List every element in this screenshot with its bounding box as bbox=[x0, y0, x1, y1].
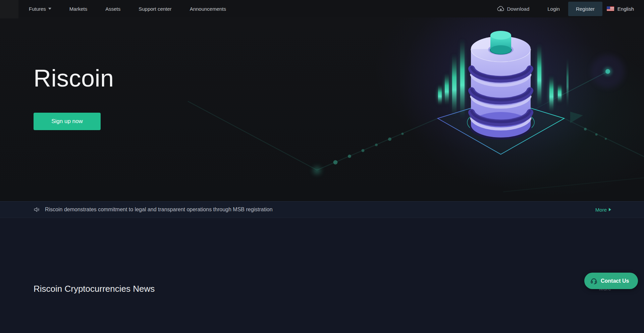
chevron-down-icon bbox=[48, 8, 51, 10]
download-label: Download bbox=[507, 6, 530, 12]
language-selector[interactable]: English bbox=[607, 6, 634, 12]
news-heading: Riscoin Cryptocurrencies News bbox=[34, 284, 155, 294]
nav-item-label: Futures bbox=[29, 6, 46, 12]
nav-item-announcements[interactable]: Announcements bbox=[190, 6, 226, 12]
nav-item-markets[interactable]: Markets bbox=[69, 6, 87, 12]
download-link[interactable]: Download bbox=[497, 5, 530, 12]
language-label: English bbox=[618, 6, 634, 12]
cloud-download-icon bbox=[497, 5, 504, 12]
top-nav: Futures Markets Assets Support center An… bbox=[0, 0, 644, 17]
nav-item-support-center[interactable]: Support center bbox=[139, 6, 171, 12]
announcement-more-link[interactable]: More bbox=[595, 207, 611, 213]
nav-item-futures[interactable]: Futures bbox=[29, 6, 51, 12]
logo-placeholder bbox=[0, 0, 18, 18]
play-arrow-icon bbox=[609, 208, 611, 211]
contact-us-label: Contact Us bbox=[601, 278, 629, 284]
nav-actions: Download Login Register English bbox=[497, 2, 634, 16]
login-link[interactable]: Login bbox=[547, 6, 560, 12]
register-button[interactable]: Register bbox=[568, 2, 602, 16]
hero-title: Riscoin bbox=[34, 64, 114, 92]
sign-up-button[interactable]: Sign up now bbox=[34, 113, 101, 130]
announcement-bar: Riscoin demonstrates commitment to legal… bbox=[0, 201, 644, 218]
hero-section: Riscoin Sign up now bbox=[0, 17, 644, 201]
speaker-icon bbox=[34, 207, 40, 213]
announcement-text: Riscoin demonstrates commitment to legal… bbox=[45, 207, 273, 213]
announcement-more-label: More bbox=[595, 207, 607, 213]
headset-icon bbox=[590, 277, 598, 285]
primary-nav: Futures Markets Assets Support center An… bbox=[29, 6, 226, 12]
news-section: Riscoin Cryptocurrencies News More bbox=[0, 218, 644, 333]
crypto-database-illustration bbox=[0, 17, 644, 201]
us-flag-icon bbox=[607, 6, 614, 11]
nav-item-assets[interactable]: Assets bbox=[105, 6, 120, 12]
contact-us-button[interactable]: Contact Us bbox=[584, 273, 638, 289]
